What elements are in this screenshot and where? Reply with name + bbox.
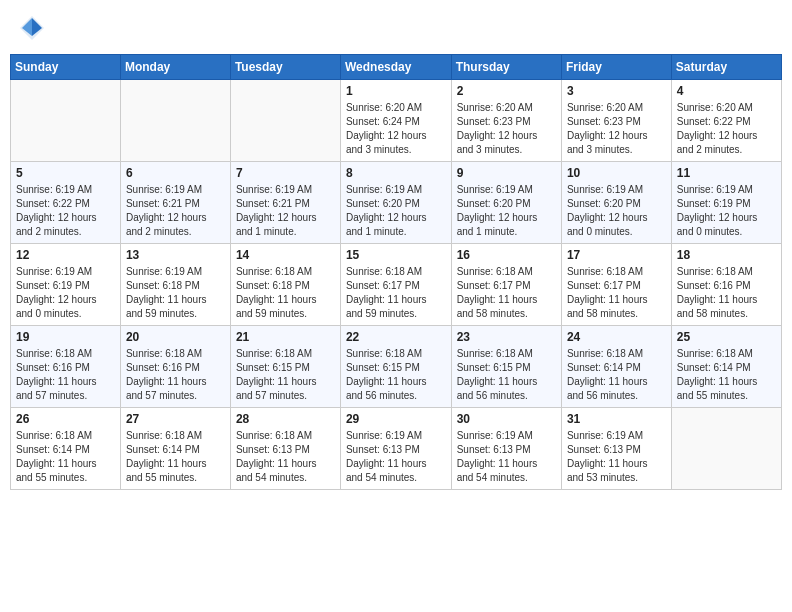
day-info: Sunrise: 6:19 AM Sunset: 6:19 PM Dayligh… [677,183,776,239]
calendar-cell: 15Sunrise: 6:18 AM Sunset: 6:17 PM Dayli… [340,244,451,326]
day-info: Sunrise: 6:20 AM Sunset: 6:24 PM Dayligh… [346,101,446,157]
calendar-cell: 21Sunrise: 6:18 AM Sunset: 6:15 PM Dayli… [230,326,340,408]
calendar-cell [11,80,121,162]
calendar-cell: 10Sunrise: 6:19 AM Sunset: 6:20 PM Dayli… [561,162,671,244]
day-number: 26 [16,412,115,426]
day-info: Sunrise: 6:18 AM Sunset: 6:17 PM Dayligh… [457,265,556,321]
day-info: Sunrise: 6:20 AM Sunset: 6:22 PM Dayligh… [677,101,776,157]
calendar-week-row: 26Sunrise: 6:18 AM Sunset: 6:14 PM Dayli… [11,408,782,490]
day-info: Sunrise: 6:18 AM Sunset: 6:16 PM Dayligh… [126,347,225,403]
calendar-cell: 14Sunrise: 6:18 AM Sunset: 6:18 PM Dayli… [230,244,340,326]
calendar-cell: 25Sunrise: 6:18 AM Sunset: 6:14 PM Dayli… [671,326,781,408]
calendar-week-row: 19Sunrise: 6:18 AM Sunset: 6:16 PM Dayli… [11,326,782,408]
calendar-header-wednesday: Wednesday [340,55,451,80]
day-info: Sunrise: 6:19 AM Sunset: 6:20 PM Dayligh… [346,183,446,239]
day-number: 21 [236,330,335,344]
day-number: 18 [677,248,776,262]
calendar-cell: 6Sunrise: 6:19 AM Sunset: 6:21 PM Daylig… [120,162,230,244]
day-number: 22 [346,330,446,344]
calendar-cell: 11Sunrise: 6:19 AM Sunset: 6:19 PM Dayli… [671,162,781,244]
calendar-cell: 29Sunrise: 6:19 AM Sunset: 6:13 PM Dayli… [340,408,451,490]
calendar-header-row: SundayMondayTuesdayWednesdayThursdayFrid… [11,55,782,80]
calendar-cell: 5Sunrise: 6:19 AM Sunset: 6:22 PM Daylig… [11,162,121,244]
day-number: 24 [567,330,666,344]
day-info: Sunrise: 6:18 AM Sunset: 6:14 PM Dayligh… [567,347,666,403]
day-number: 6 [126,166,225,180]
day-number: 31 [567,412,666,426]
calendar-cell: 28Sunrise: 6:18 AM Sunset: 6:13 PM Dayli… [230,408,340,490]
logo-icon [18,14,46,42]
calendar-header-sunday: Sunday [11,55,121,80]
day-info: Sunrise: 6:18 AM Sunset: 6:14 PM Dayligh… [16,429,115,485]
calendar-cell [120,80,230,162]
day-number: 7 [236,166,335,180]
calendar-cell: 30Sunrise: 6:19 AM Sunset: 6:13 PM Dayli… [451,408,561,490]
calendar-table: SundayMondayTuesdayWednesdayThursdayFrid… [10,54,782,490]
calendar-cell: 22Sunrise: 6:18 AM Sunset: 6:15 PM Dayli… [340,326,451,408]
day-number: 10 [567,166,666,180]
calendar-cell: 16Sunrise: 6:18 AM Sunset: 6:17 PM Dayli… [451,244,561,326]
calendar-cell: 12Sunrise: 6:19 AM Sunset: 6:19 PM Dayli… [11,244,121,326]
day-info: Sunrise: 6:19 AM Sunset: 6:21 PM Dayligh… [126,183,225,239]
calendar-cell: 9Sunrise: 6:19 AM Sunset: 6:20 PM Daylig… [451,162,561,244]
day-number: 16 [457,248,556,262]
day-number: 23 [457,330,556,344]
day-number: 11 [677,166,776,180]
day-info: Sunrise: 6:19 AM Sunset: 6:18 PM Dayligh… [126,265,225,321]
day-info: Sunrise: 6:19 AM Sunset: 6:13 PM Dayligh… [457,429,556,485]
day-number: 1 [346,84,446,98]
calendar-cell [230,80,340,162]
calendar-cell: 17Sunrise: 6:18 AM Sunset: 6:17 PM Dayli… [561,244,671,326]
calendar-cell: 4Sunrise: 6:20 AM Sunset: 6:22 PM Daylig… [671,80,781,162]
logo [18,14,50,42]
calendar-cell: 31Sunrise: 6:19 AM Sunset: 6:13 PM Dayli… [561,408,671,490]
day-number: 8 [346,166,446,180]
day-info: Sunrise: 6:19 AM Sunset: 6:19 PM Dayligh… [16,265,115,321]
day-number: 15 [346,248,446,262]
calendar-cell: 1Sunrise: 6:20 AM Sunset: 6:24 PM Daylig… [340,80,451,162]
day-info: Sunrise: 6:18 AM Sunset: 6:17 PM Dayligh… [346,265,446,321]
day-number: 28 [236,412,335,426]
day-number: 27 [126,412,225,426]
calendar-cell: 26Sunrise: 6:18 AM Sunset: 6:14 PM Dayli… [11,408,121,490]
calendar-header-tuesday: Tuesday [230,55,340,80]
day-info: Sunrise: 6:19 AM Sunset: 6:13 PM Dayligh… [346,429,446,485]
calendar-cell: 23Sunrise: 6:18 AM Sunset: 6:15 PM Dayli… [451,326,561,408]
calendar-cell: 19Sunrise: 6:18 AM Sunset: 6:16 PM Dayli… [11,326,121,408]
calendar-header-thursday: Thursday [451,55,561,80]
day-info: Sunrise: 6:18 AM Sunset: 6:14 PM Dayligh… [126,429,225,485]
calendar-cell [671,408,781,490]
day-info: Sunrise: 6:19 AM Sunset: 6:13 PM Dayligh… [567,429,666,485]
day-info: Sunrise: 6:18 AM Sunset: 6:15 PM Dayligh… [346,347,446,403]
day-number: 20 [126,330,225,344]
calendar-cell: 24Sunrise: 6:18 AM Sunset: 6:14 PM Dayli… [561,326,671,408]
day-number: 29 [346,412,446,426]
page-header [10,10,782,46]
calendar-cell: 7Sunrise: 6:19 AM Sunset: 6:21 PM Daylig… [230,162,340,244]
day-info: Sunrise: 6:18 AM Sunset: 6:18 PM Dayligh… [236,265,335,321]
day-info: Sunrise: 6:18 AM Sunset: 6:15 PM Dayligh… [457,347,556,403]
day-number: 30 [457,412,556,426]
calendar-cell: 3Sunrise: 6:20 AM Sunset: 6:23 PM Daylig… [561,80,671,162]
day-info: Sunrise: 6:18 AM Sunset: 6:13 PM Dayligh… [236,429,335,485]
day-number: 14 [236,248,335,262]
day-info: Sunrise: 6:19 AM Sunset: 6:20 PM Dayligh… [567,183,666,239]
day-number: 9 [457,166,556,180]
day-info: Sunrise: 6:18 AM Sunset: 6:17 PM Dayligh… [567,265,666,321]
day-info: Sunrise: 6:19 AM Sunset: 6:22 PM Dayligh… [16,183,115,239]
day-number: 17 [567,248,666,262]
day-number: 5 [16,166,115,180]
day-info: Sunrise: 6:18 AM Sunset: 6:14 PM Dayligh… [677,347,776,403]
calendar-cell: 13Sunrise: 6:19 AM Sunset: 6:18 PM Dayli… [120,244,230,326]
day-info: Sunrise: 6:18 AM Sunset: 6:16 PM Dayligh… [16,347,115,403]
day-info: Sunrise: 6:19 AM Sunset: 6:20 PM Dayligh… [457,183,556,239]
day-number: 4 [677,84,776,98]
day-number: 25 [677,330,776,344]
day-info: Sunrise: 6:19 AM Sunset: 6:21 PM Dayligh… [236,183,335,239]
day-info: Sunrise: 6:18 AM Sunset: 6:16 PM Dayligh… [677,265,776,321]
day-number: 19 [16,330,115,344]
day-info: Sunrise: 6:20 AM Sunset: 6:23 PM Dayligh… [457,101,556,157]
calendar-week-row: 12Sunrise: 6:19 AM Sunset: 6:19 PM Dayli… [11,244,782,326]
day-number: 2 [457,84,556,98]
day-number: 3 [567,84,666,98]
